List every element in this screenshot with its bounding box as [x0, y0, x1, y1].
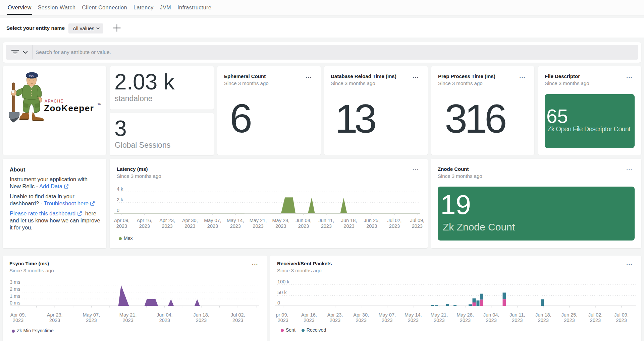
svg-text:Jun 18,: Jun 18,	[341, 218, 357, 223]
svg-text:Apr 09,: Apr 09,	[114, 218, 130, 223]
svg-text:Apr 23,: Apr 23,	[47, 312, 63, 318]
svg-text:2023: 2023	[207, 223, 218, 229]
svg-text:Jul 09,: Jul 09,	[410, 218, 424, 223]
svg-text:ZooKeeper: ZooKeeper	[44, 103, 94, 113]
svg-text:Jun 04,: Jun 04,	[296, 218, 312, 223]
svg-text:APACHE: APACHE	[45, 99, 64, 104]
svg-text:2023: 2023	[538, 318, 549, 323]
svg-text:Jun 04,: Jun 04,	[483, 312, 499, 318]
svg-text:Apr 30,: Apr 30,	[182, 218, 198, 223]
svg-text:May 07,: May 07,	[83, 312, 100, 318]
svg-text:2023: 2023	[486, 318, 496, 323]
svg-text:2023: 2023	[232, 318, 243, 323]
svg-text:Jun 04,: Jun 04,	[157, 312, 173, 318]
svg-text:2023: 2023	[253, 223, 263, 229]
svg-text:May 07,: May 07,	[378, 312, 396, 318]
svg-text:Jun 25,: Jun 25,	[561, 312, 578, 318]
svg-text:2023: 2023	[382, 318, 392, 323]
svg-text:Jul 09,: Jul 09,	[614, 312, 629, 318]
svg-text:2023: 2023	[278, 318, 288, 323]
svg-text:2 ms: 2 ms	[10, 286, 20, 292]
svg-text:Apr 16,: Apr 16,	[137, 218, 152, 223]
svg-text:TM: TM	[98, 103, 101, 106]
svg-text:Apr 23,: Apr 23,	[159, 218, 175, 223]
svg-text:2023: 2023	[343, 223, 354, 229]
svg-text:2023: 2023	[460, 318, 471, 323]
svg-text:100 k: 100 k	[277, 279, 289, 284]
svg-text:2023: 2023	[162, 223, 172, 229]
svg-text:2023: 2023	[321, 223, 332, 229]
svg-text:2023: 2023	[116, 223, 127, 229]
svg-text:4 k: 4 k	[117, 186, 123, 192]
svg-text:2023: 2023	[298, 223, 309, 229]
svg-text:Jun 11,: Jun 11,	[509, 312, 525, 318]
svg-text:2023: 2023	[564, 318, 575, 323]
svg-text:pr 09,: pr 09,	[276, 312, 288, 318]
svg-text:Jul 02,: Jul 02,	[231, 312, 245, 318]
svg-text:2023: 2023	[230, 223, 241, 229]
svg-text:0 ms: 0 ms	[10, 300, 20, 305]
svg-text:May 14,: May 14,	[405, 312, 422, 318]
svg-text:2023: 2023	[122, 318, 133, 323]
svg-text:2023: 2023	[196, 318, 207, 323]
svg-text:2023: 2023	[330, 318, 340, 323]
svg-text:Apr 30,: Apr 30,	[353, 312, 369, 318]
svg-text:Jul 02,: Jul 02,	[588, 312, 603, 318]
svg-text:1 ms: 1 ms	[10, 293, 20, 299]
svg-text:2023: 2023	[184, 223, 195, 229]
svg-text:2023: 2023	[304, 318, 314, 323]
svg-text:2 k: 2 k	[117, 197, 123, 202]
svg-text:50 k: 50 k	[277, 290, 287, 295]
svg-text:May 07,: May 07,	[204, 218, 221, 223]
svg-text:May 28,: May 28,	[457, 312, 474, 318]
svg-text:2023: 2023	[616, 318, 627, 323]
svg-text:2023: 2023	[13, 318, 23, 323]
svg-text:2023: 2023	[389, 223, 400, 229]
svg-text:2023: 2023	[86, 318, 97, 323]
svg-text:May 21,: May 21,	[119, 312, 137, 318]
svg-text:Apr 16,: Apr 16,	[301, 312, 317, 318]
svg-text:May 28,: May 28,	[272, 218, 290, 223]
svg-text:May 14,: May 14,	[227, 218, 244, 223]
svg-text:2023: 2023	[356, 318, 366, 323]
svg-text:0: 0	[117, 208, 119, 213]
svg-text:May 21,: May 21,	[431, 312, 448, 318]
svg-text:2023: 2023	[49, 318, 60, 323]
svg-text:Jul 02,: Jul 02,	[387, 218, 402, 223]
svg-text:2023: 2023	[139, 223, 150, 229]
svg-text:2023: 2023	[275, 223, 286, 229]
svg-text:2023: 2023	[366, 223, 377, 229]
svg-text:Jun 11,: Jun 11,	[319, 218, 334, 223]
svg-text:2023: 2023	[590, 318, 601, 323]
svg-text:2023: 2023	[512, 318, 523, 323]
svg-text:2023: 2023	[434, 318, 444, 323]
svg-text:Apr 09,: Apr 09,	[10, 312, 26, 318]
svg-text:May 21,: May 21,	[250, 218, 267, 223]
svg-text:2023: 2023	[159, 318, 170, 323]
svg-text:Apr 23,: Apr 23,	[327, 312, 343, 318]
svg-text:Jun 25,: Jun 25,	[364, 218, 380, 223]
svg-text:3 ms: 3 ms	[10, 279, 20, 285]
svg-text:2023: 2023	[412, 223, 423, 229]
svg-text:2023: 2023	[408, 318, 419, 323]
svg-text:Jun 18,: Jun 18,	[535, 312, 551, 318]
svg-text:0: 0	[277, 300, 280, 305]
svg-text:Jun 18,: Jun 18,	[193, 312, 209, 318]
